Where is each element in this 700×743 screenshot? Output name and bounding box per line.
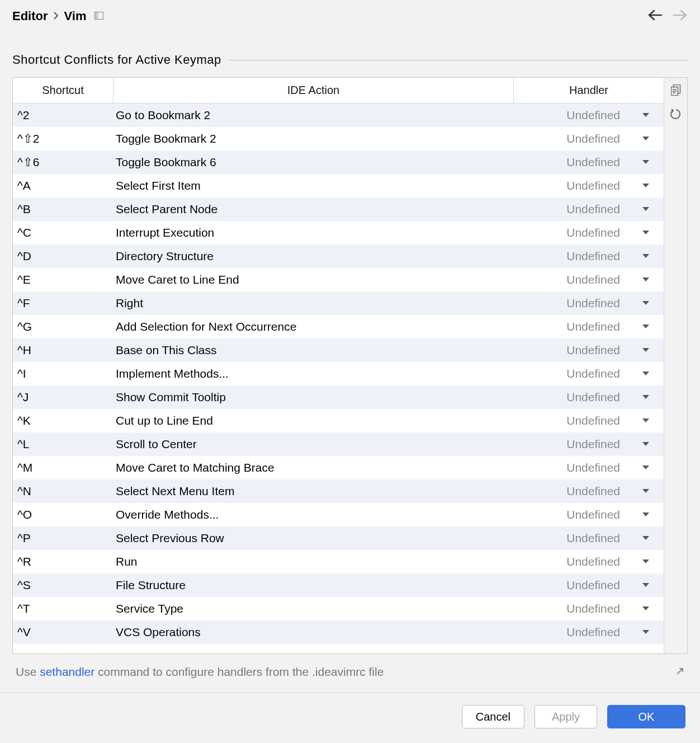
table-row[interactable]: ^KCut up to Line EndUndefined (13, 409, 664, 432)
table-row[interactable]: ^RRunUndefined (13, 550, 664, 573)
table-row[interactable]: ^LScroll to CenterUndefined (13, 432, 664, 456)
action-cell: File Structure (113, 579, 514, 592)
table-row[interactable]: ^⇧6Toggle Bookmark 6Undefined (13, 151, 664, 174)
col-action[interactable]: IDE Action (113, 78, 514, 103)
action-cell: Scroll to Center (113, 438, 514, 451)
action-cell: Cut up to Line End (113, 414, 514, 427)
handler-label: Undefined (566, 273, 620, 286)
shortcut-cell: ^B (13, 203, 113, 216)
table-row[interactable]: ^MMove Caret to Matching BraceUndefined (13, 456, 664, 479)
table-row[interactable]: ^NSelect Next Menu ItemUndefined (13, 479, 664, 503)
chevron-down-icon (642, 581, 649, 589)
breadcrumb-parent[interactable]: Editor (12, 9, 48, 23)
table-row[interactable]: ^OOverride Methods...Undefined (13, 503, 664, 526)
back-button[interactable] (647, 10, 662, 23)
action-cell: Select First Item (113, 179, 514, 192)
chevron-down-icon (642, 323, 649, 331)
handler-cell[interactable]: Undefined (514, 156, 664, 169)
action-cell: Toggle Bookmark 6 (113, 156, 514, 169)
table-row[interactable]: ^JShow Commit TooltipUndefined (13, 385, 664, 409)
action-cell: VCS Operations (113, 626, 514, 639)
action-cell: Override Methods... (113, 508, 514, 521)
handler-cell[interactable]: Undefined (514, 602, 664, 615)
table-row[interactable]: ^PSelect Previous RowUndefined (13, 526, 664, 550)
table-row[interactable]: ^VVCS OperationsUndefined (13, 620, 664, 644)
table-row[interactable]: ^2Go to Bookmark 2Undefined (13, 104, 664, 127)
copy-icon[interactable] (671, 84, 681, 98)
handler-cell[interactable]: Undefined (514, 438, 664, 451)
shortcut-cell: ^D (13, 250, 113, 263)
table-row[interactable]: ^GAdd Selection for Next OccurrenceUndef… (13, 315, 664, 338)
table-row[interactable]: ^FRightUndefined (13, 291, 664, 315)
handler-cell[interactable]: Undefined (514, 485, 664, 498)
handler-cell[interactable]: Undefined (514, 367, 664, 380)
shortcut-cell: ^H (13, 344, 113, 357)
action-cell: Select Next Menu Item (113, 485, 514, 498)
apply-button: Apply (535, 705, 597, 728)
handler-cell[interactable]: Undefined (514, 250, 664, 263)
table-row[interactable]: ^⇧2Toggle Bookmark 2Undefined (13, 127, 664, 151)
ok-button[interactable]: OK (607, 705, 685, 728)
handler-cell[interactable]: Undefined (514, 555, 664, 568)
chevron-down-icon (642, 464, 649, 472)
table-row[interactable]: ^SFile StructureUndefined (13, 573, 664, 597)
open-external-icon[interactable] (676, 667, 684, 678)
handler-cell[interactable]: Undefined (514, 179, 664, 192)
handler-cell[interactable]: Undefined (514, 579, 664, 592)
action-cell: Base on This Class (113, 344, 514, 357)
handler-cell[interactable]: Undefined (514, 273, 664, 286)
handler-cell[interactable]: Undefined (514, 461, 664, 474)
handler-cell[interactable]: Undefined (514, 203, 664, 216)
chevron-down-icon (642, 440, 649, 448)
shortcut-cell: ^J (13, 391, 113, 404)
handler-cell[interactable]: Undefined (514, 109, 664, 122)
cancel-button[interactable]: Cancel (462, 705, 524, 728)
handler-cell[interactable]: Undefined (514, 344, 664, 357)
action-cell: Add Selection for Next Occurrence (113, 320, 514, 333)
table-row[interactable]: ^EMove Caret to Line EndUndefined (13, 268, 664, 291)
handler-label: Undefined (566, 626, 620, 639)
table-row[interactable]: ^TService TypeUndefined (13, 597, 664, 620)
table-row[interactable]: ^HBase on This ClassUndefined (13, 338, 664, 362)
action-cell: Run (113, 555, 514, 568)
col-shortcut[interactable]: Shortcut (13, 78, 113, 103)
table-row[interactable]: ^IImplement Methods...Undefined (13, 362, 664, 385)
handler-cell[interactable]: Undefined (514, 391, 664, 404)
handler-cell[interactable]: Undefined (514, 532, 664, 545)
breadcrumb-current: Vim (64, 9, 87, 23)
chevron-down-icon (642, 605, 649, 613)
table-row[interactable]: ^DDirectory StructureUndefined (13, 244, 664, 268)
handler-cell[interactable]: Undefined (514, 414, 664, 427)
handler-cell[interactable]: Undefined (514, 226, 664, 239)
chevron-down-icon (642, 393, 649, 401)
action-cell: Move Caret to Line End (113, 273, 514, 286)
handler-label: Undefined (566, 579, 620, 592)
table-row[interactable]: ^BSelect Parent NodeUndefined (13, 197, 664, 221)
shortcut-cell: ^T (13, 602, 113, 615)
divider (229, 60, 688, 60)
shortcut-cell: ^E (13, 273, 113, 286)
nav-arrows (647, 10, 688, 23)
handler-cell[interactable]: Undefined (514, 508, 664, 521)
handler-cell[interactable]: Undefined (514, 320, 664, 333)
chevron-down-icon (642, 158, 649, 166)
table-row[interactable]: ^ASelect First ItemUndefined (13, 174, 664, 197)
chevron-down-icon (642, 346, 649, 354)
chevron-down-icon (642, 111, 649, 119)
handler-label: Undefined (566, 132, 620, 145)
header-row: Editor Vim (0, 0, 700, 29)
handler-label: Undefined (566, 602, 620, 615)
handler-cell[interactable]: Undefined (514, 626, 664, 639)
shortcut-cell: ^V (13, 626, 113, 639)
reset-icon[interactable] (670, 109, 682, 123)
handler-label: Undefined (566, 344, 620, 357)
handler-cell[interactable]: Undefined (514, 297, 664, 310)
handler-label: Undefined (566, 250, 620, 263)
action-cell: Select Parent Node (113, 203, 514, 216)
table-row[interactable]: ^CInterrupt ExecutionUndefined (13, 221, 664, 244)
handler-cell[interactable]: Undefined (514, 132, 664, 145)
col-handler[interactable]: Handler (514, 78, 664, 103)
sethandler-link[interactable]: sethandler (40, 665, 94, 678)
chevron-down-icon (642, 511, 649, 519)
handler-label: Undefined (566, 532, 620, 545)
